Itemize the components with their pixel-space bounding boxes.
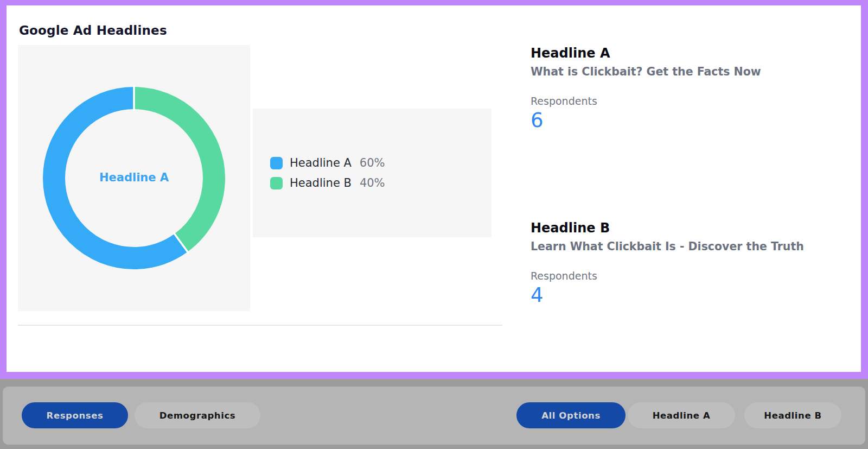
legend-percentage: 60%	[360, 156, 385, 169]
legend-percentage: 40%	[360, 176, 385, 189]
purple-frame: Google Ad Headlines Headline A Headline …	[0, 0, 868, 379]
tab-responses[interactable]: Responses	[22, 402, 128, 428]
donut-chart-panel: Headline A	[18, 45, 250, 311]
chart-legend: Headline A 60% Headline B 40%	[253, 109, 492, 237]
results-card: Google Ad Headlines Headline A Headline …	[7, 5, 861, 372]
legend-swatch-headline-a	[270, 157, 283, 169]
section-divider	[18, 325, 502, 326]
result-headline-b: Headline B Learn What Clickbait Is - Dis…	[531, 220, 851, 307]
result-option-title: Headline A	[531, 45, 851, 61]
legend-item[interactable]: Headline B 40%	[270, 176, 492, 189]
respondents-count: 4	[531, 283, 851, 307]
tab-all-options[interactable]: All Options	[516, 402, 626, 428]
result-headline-a: Headline A What is Clickbait? Get the Fa…	[531, 45, 851, 132]
result-headline-text: What is Clickbait? Get the Facts Now	[531, 64, 851, 79]
result-option-title: Headline B	[531, 220, 851, 236]
tab-headline-b[interactable]: Headline B	[744, 402, 841, 428]
page-title: Google Ad Headlines	[19, 23, 167, 37]
legend-swatch-headline-b	[270, 177, 283, 189]
tab-demographics[interactable]: Demographics	[135, 402, 260, 428]
legend-label: Headline A	[290, 156, 352, 169]
respondents-count: 6	[531, 109, 851, 132]
footer-bar: Responses Demographics All Options Headl…	[0, 379, 868, 449]
footer-panel: Responses Demographics All Options Headl…	[3, 387, 865, 445]
respondents-label: Respondents	[531, 94, 851, 108]
tab-headline-a[interactable]: Headline A	[628, 402, 735, 428]
respondents-label: Respondents	[531, 269, 851, 283]
legend-item[interactable]: Headline A 60%	[270, 156, 492, 169]
legend-label: Headline B	[290, 176, 352, 189]
result-headline-text: Learn What Clickbait Is - Discover the T…	[531, 239, 851, 254]
donut-center-label: Headline A	[74, 171, 194, 184]
